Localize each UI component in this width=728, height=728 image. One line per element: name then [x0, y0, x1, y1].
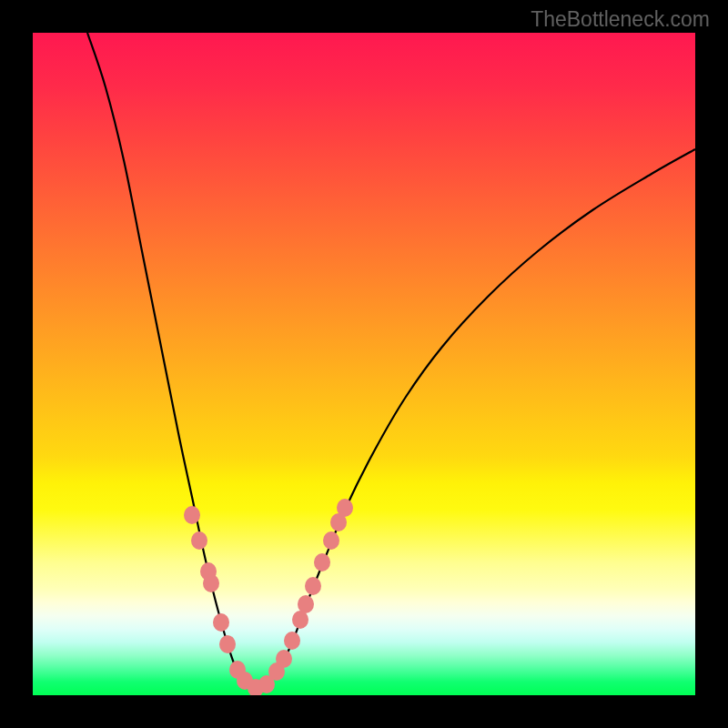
data-marker — [298, 595, 314, 613]
data-marker — [213, 613, 229, 632]
data-marker — [184, 506, 200, 524]
data-marker — [219, 635, 236, 653]
data-marker — [337, 499, 353, 517]
data-marker — [276, 650, 292, 668]
data-marker — [203, 574, 219, 592]
data-marker — [323, 531, 339, 550]
bottleneck-curve — [87, 33, 695, 688]
data-marker — [305, 577, 321, 595]
chart-svg — [33, 33, 695, 695]
data-marker — [292, 611, 308, 629]
watermark-text: TheBottleneck.com — [531, 7, 710, 32]
data-marker — [284, 632, 300, 650]
data-marker — [314, 553, 330, 571]
plot-area — [33, 33, 695, 695]
data-markers — [184, 499, 353, 695]
data-marker — [191, 531, 207, 550]
